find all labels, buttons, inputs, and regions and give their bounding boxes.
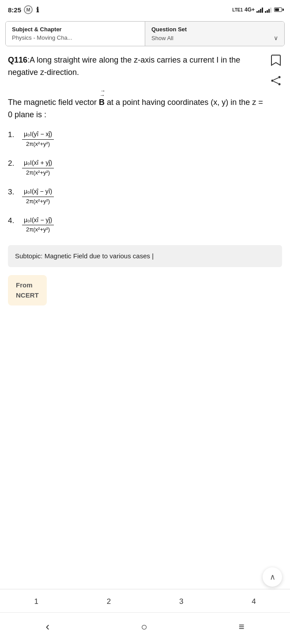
bottom-nav: 1 2 3 4 [0,589,290,612]
option-4[interactable]: 4. μ₀I(xî − yĵ) 2π(x²+y²) [8,216,282,235]
subtopic-box: Subtopic: Magnetic Field due to various … [8,245,282,268]
svg-line-4 [274,82,279,84]
option-4-number: 4. [8,216,18,225]
bar3 [260,9,261,13]
menu-button[interactable]: ≡ [230,619,253,634]
share-button[interactable] [270,74,282,87]
bar5 [265,11,266,13]
question-body-2: The magnetic field vector →B at a point … [8,98,263,119]
nav-num-1[interactable]: 1 [28,596,44,608]
nav-num-4[interactable]: 4 [245,596,262,608]
scroll-up-button[interactable]: ∧ [263,567,282,587]
subtopic-label: Subtopic: [15,252,43,260]
subject-chapter-filter[interactable]: Subject & Chapter Physics - Moving Cha..… [6,22,145,46]
question-body: :A long straight wire along the z-axis c… [8,56,240,77]
home-button[interactable]: ○ [132,619,156,635]
bar2 [258,10,260,13]
option-3[interactable]: 3. μ₀I(xĵ − yî) 2π(x²+y²) [8,187,282,206]
option-2-numerator: μ₀I(xî + yĵ) [22,158,54,168]
lte-label: LTE1 [232,7,243,12]
option-2-formula: μ₀I(xî + yĵ) 2π(x²+y²) [22,158,54,177]
option-4-denominator: 2π(x²+y²) [24,225,52,234]
svg-point-1 [279,83,281,86]
system-nav-bar: ‹ ○ ≡ [0,612,290,644]
status-bar: 8:25 M ℹ LTE1 4G+ [0,0,290,18]
option-2-number: 2. [8,158,18,168]
option-1-numerator: μ₀I(yî − xĵ) [22,130,54,140]
subject-chapter-value: Physics - Moving Cha... [12,34,139,41]
bar4 [262,7,263,13]
option-3-formula: μ₀I(xĵ − yî) 2π(x²+y²) [22,187,54,206]
option-3-denominator: 2π(x²+y²) [24,197,52,206]
nav-num-2[interactable]: 2 [101,596,117,608]
option-4-formula: μ₀I(xî − yĵ) 2π(x²+y²) [22,216,54,235]
bar8 [270,7,271,13]
bar7 [268,9,270,13]
network-label: 4G+ [245,7,255,13]
question-set-label: Question Set [151,26,278,33]
time-label: 8:25 [8,6,21,14]
signal-bars-2 [265,7,271,13]
tag-box: From NCERT [8,275,47,305]
battery-fill [275,8,279,11]
svg-point-0 [279,76,281,78]
bookmark-button[interactable] [270,54,282,67]
svg-point-2 [271,80,274,82]
tag-line2: NCERT [16,291,39,299]
option-1-denominator: 2π(x²+y²) [24,140,52,149]
svg-line-3 [274,78,279,80]
bar1 [256,11,258,13]
question-set-filter[interactable]: Question Set Show All ∨ [145,22,284,46]
option-1-formula: μ₀I(yî − xĵ) 2π(x²+y²) [22,130,54,149]
chevron-up-icon: ∧ [270,572,275,582]
options-list: 1. μ₀I(yî − xĵ) 2π(x²+y²) 2. μ₀I(xî + yĵ… [8,130,282,234]
question-set-value: Show All ∨ [151,34,278,41]
signal-bars [256,7,263,13]
subtopic-value: Magnetic Field due to various cases | [45,252,154,260]
option-1-number: 1. [8,130,18,139]
main-content: Q116:A long straight wire along the z-ax… [0,50,290,589]
back-button[interactable]: ‹ [37,618,58,635]
status-left: 8:25 M ℹ [8,5,39,14]
b-vector: →B [99,91,105,109]
subject-chapter-label: Subject & Chapter [12,26,139,33]
nav-num-3[interactable]: 3 [173,596,189,608]
action-icons [270,54,282,87]
option-2-denominator: 2π(x²+y²) [24,168,52,177]
option-4-numerator: μ₀I(xî − yĵ) [22,216,54,226]
filter-row: Subject & Chapter Physics - Moving Cha..… [5,21,285,46]
m-icon: M [24,5,33,14]
option-1[interactable]: 1. μ₀I(yî − xĵ) 2π(x²+y²) [8,130,282,149]
option-3-number: 3. [8,187,18,197]
status-right: LTE1 4G+ [232,7,282,13]
bar6 [267,10,268,13]
question-number: Q116 [8,56,27,64]
option-2[interactable]: 2. μ₀I(xî + yĵ) 2π(x²+y²) [8,158,282,177]
notification-icon: ℹ [36,6,39,14]
question-text: Q116:A long straight wire along the z-ax… [8,54,264,121]
tag-line1: From [16,281,33,289]
question-container: Q116:A long straight wire along the z-ax… [8,54,282,121]
option-3-numerator: μ₀I(xĵ − yî) [22,187,54,197]
battery-icon [274,7,282,12]
chevron-down-icon: ∨ [274,34,278,41]
